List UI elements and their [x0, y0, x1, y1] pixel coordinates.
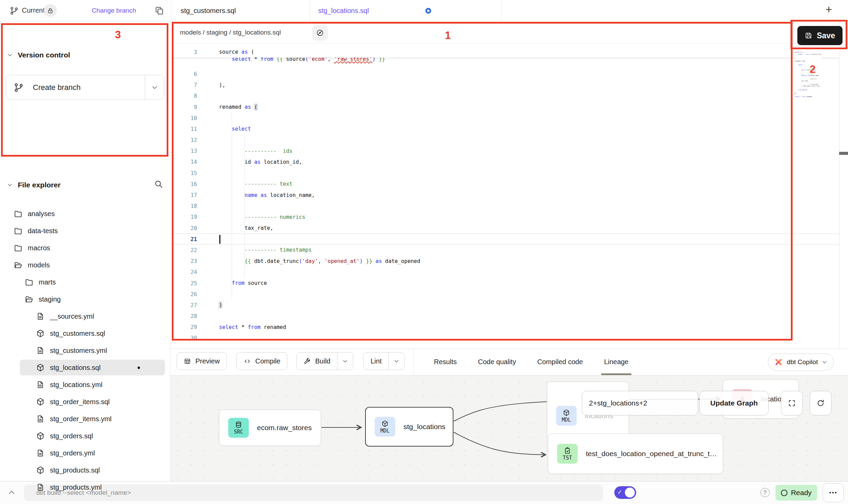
command-input[interactable]: dbt build --select <model_name>	[24, 485, 603, 501]
code-line-23[interactable]: 23 {{ dbt.date_trunc('day', 'opened_at')…	[171, 256, 839, 267]
file-tree-item-stg_locations-sql[interactable]: stg_locations.sql	[0, 359, 170, 376]
file-tree-item-macros[interactable]: macros	[0, 239, 170, 256]
update-graph-button[interactable]: Update Graph	[699, 391, 769, 415]
lineage-panel[interactable]: SRCecom.raw_storesMDLlocationslocationsM…	[170, 375, 848, 481]
code-line-6[interactable]: 6	[171, 68, 839, 79]
model-icon	[36, 363, 45, 372]
lineage-selector-input[interactable]: 2+stg_locations+2	[582, 391, 698, 415]
editor-tab-stg_locations-sql[interactable]: stg_locations.sql	[318, 0, 369, 22]
code-line-27[interactable]: 27)	[171, 300, 839, 310]
file-label: marts	[39, 278, 56, 286]
code-line-24[interactable]: 24	[171, 267, 839, 278]
version-control-header[interactable]: Version control	[7, 51, 70, 59]
status-circle-icon	[781, 490, 787, 496]
dbt-logo-icon	[774, 358, 783, 367]
file-label: stg_orders.yml	[50, 449, 95, 457]
editor-scrollbar-thumb[interactable]	[839, 152, 848, 155]
lineage-node-tst[interactable]: TSTtest_does_location_opened_at_trunc_t…	[548, 434, 723, 474]
create-branch-button[interactable]: Create branch	[6, 75, 164, 100]
minimap[interactable]: with source as ( select * from {{ source…	[795, 48, 821, 100]
create-branch-dropdown[interactable]	[145, 75, 164, 100]
copy-icon[interactable]	[155, 6, 164, 15]
lint-button[interactable]: Lint	[363, 352, 404, 370]
file-tree-item-stg_locations-yml[interactable]: stg_locations.yml	[0, 376, 170, 393]
fullscreen-button[interactable]	[781, 391, 803, 415]
model-icon	[36, 466, 45, 475]
code-line-22[interactable]: 22 ---------- timestamps	[171, 244, 839, 255]
file-tree-item-stg_order_items-sql[interactable]: stg_order_items.sql	[0, 393, 170, 410]
chevron-up-icon[interactable]	[8, 488, 16, 496]
file-tree-item-models[interactable]: models	[0, 256, 170, 274]
dbt-copilot-button[interactable]: dbt Copilot	[768, 354, 834, 371]
preview-button[interactable]: Preview	[177, 352, 227, 370]
editor-tab-stg_customers-sql[interactable]: stg_customers.sql	[181, 0, 236, 22]
help-icon[interactable]: ?	[760, 488, 770, 497]
model-icon	[36, 397, 45, 406]
file-label: stg_orders.sql	[50, 432, 93, 440]
save-button[interactable]: Save	[797, 26, 843, 45]
folder-icon	[25, 278, 34, 287]
file-explorer-header[interactable]: File explorer	[7, 181, 61, 189]
code-line-26[interactable]: 26	[171, 289, 839, 300]
code-line-30[interactable]: 30	[171, 333, 839, 344]
code-line-16[interactable]: 16 ---------- text	[171, 178, 839, 189]
file-tree-item-stg_order_items-yml[interactable]: stg_order_items.yml	[0, 410, 170, 427]
code-line-21[interactable]: 21	[171, 234, 839, 244]
model-icon	[36, 329, 45, 338]
code-line-13[interactable]: 13 ---------- ids	[171, 146, 839, 157]
file-tree-item-__sources-yml[interactable]: __sources.yml	[0, 308, 170, 325]
code-editor[interactable]: 3source as ( select * from {{ source('ec…	[171, 44, 839, 348]
file-tree-item-marts[interactable]: marts	[0, 274, 170, 291]
file-tree-item-stg_products-sql[interactable]: stg_products.sql	[0, 462, 170, 479]
change-branch-link[interactable]: Change branch	[92, 7, 136, 14]
code-line-10[interactable]: 10	[171, 112, 839, 123]
tab-lineage[interactable]: Lineage	[604, 349, 628, 375]
folder-open-icon	[25, 295, 34, 304]
code-line-9[interactable]: 9renamed as (	[171, 102, 839, 112]
lint-dropdown[interactable]	[388, 353, 404, 370]
file-tree-item-stg_orders-sql[interactable]: stg_orders.sql	[0, 427, 170, 445]
more-menu-button[interactable]: •••	[823, 483, 844, 502]
build-dropdown[interactable]	[337, 353, 353, 370]
compile-button[interactable]: Compile	[236, 352, 287, 370]
code-line-14[interactable]: 14 id as location_id,	[171, 157, 839, 168]
tab-compiled-code[interactable]: Compiled code	[537, 349, 583, 375]
status-badge[interactable]: Ready	[775, 485, 817, 501]
tab-code-quality[interactable]: Code quality	[478, 349, 516, 375]
build-button[interactable]: Build	[296, 352, 353, 370]
code-line-partial[interactable]: select * from {{ source('ecom', 'raw_sto…	[171, 57, 839, 68]
file-label: stg_customers.yml	[50, 347, 107, 355]
defer-toggle[interactable]: ✓	[614, 486, 636, 499]
code-line-3[interactable]: 3source as (	[171, 47, 839, 57]
refresh-button[interactable]	[810, 391, 832, 415]
chevron-down-icon	[822, 359, 827, 365]
create-branch-label: Create branch	[33, 83, 80, 92]
code-line-11[interactable]: 11 select	[171, 123, 839, 134]
code-line-29[interactable]: 29select * from renamed	[171, 322, 839, 333]
code-line-7[interactable]: 7),	[171, 80, 839, 91]
view-docs-chip[interactable]	[312, 25, 328, 41]
lineage-node-src[interactable]: SRCecom.raw_stores	[219, 410, 321, 446]
file-tree-item-data-tests[interactable]: data-tests	[0, 222, 170, 239]
file-tree-item-analyses[interactable]: analyses	[0, 205, 170, 222]
file-tree-item-stg_customers-yml[interactable]: stg_customers.yml	[0, 342, 170, 359]
new-tab-button[interactable]: +	[825, 3, 832, 16]
code-line-12[interactable]: 12	[171, 135, 839, 146]
lineage-node-mdl[interactable]: MDLstg_locations	[365, 407, 453, 447]
tab-results[interactable]: Results	[434, 349, 457, 375]
file-tree-item-stg_orders-yml[interactable]: stg_orders.yml	[0, 445, 170, 462]
file-label: stg_locations.yml	[50, 381, 102, 389]
code-line-19[interactable]: 19 ---------- numerics	[171, 212, 839, 223]
file-tree-item-staging[interactable]: staging	[0, 291, 170, 308]
code-icon	[244, 358, 251, 365]
code-line-28[interactable]: 28	[171, 311, 839, 322]
code-line-20[interactable]: 20 tax_rate,	[171, 223, 839, 234]
file-label: stg_order_items.sql	[50, 398, 110, 406]
code-line-18[interactable]: 18	[171, 201, 839, 212]
code-line-8[interactable]: 8	[171, 91, 839, 102]
search-icon[interactable]	[154, 180, 163, 189]
code-line-15[interactable]: 15	[171, 168, 839, 178]
code-line-17[interactable]: 17 name as location_name,	[171, 189, 839, 200]
code-line-25[interactable]: 25 from source	[171, 278, 839, 289]
file-tree-item-stg_customers-sql[interactable]: stg_customers.sql	[0, 325, 170, 342]
